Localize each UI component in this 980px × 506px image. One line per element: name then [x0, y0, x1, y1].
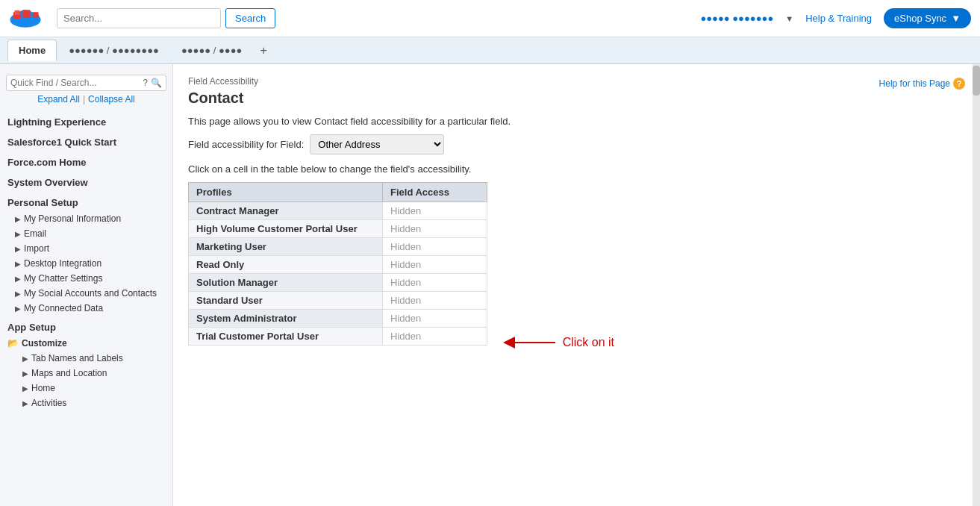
sidebar-item-customize[interactable]: 📂 Customize [0, 336, 172, 351]
sidebar-item-activities[interactable]: ▶ Activities [0, 396, 172, 410]
logo-area [9, 7, 42, 30]
profile-cell[interactable]: System Administrator [189, 310, 383, 328]
main-layout: ? 🔍 Expand All | Collapse All Lightning … [0, 64, 980, 506]
field-access-table: Profiles Field Access Contract ManagerHi… [188, 182, 487, 346]
profile-cell[interactable]: Trial Customer Portal User [189, 328, 383, 346]
sidebar-item-chatter[interactable]: ▶ My Chatter Settings [0, 271, 172, 286]
profile-cell[interactable]: Marketing User [189, 238, 383, 256]
tri-icon: ▶ [15, 230, 21, 238]
table-row[interactable]: Marketing UserHidden [189, 238, 487, 256]
table-row[interactable]: Trial Customer Portal UserHidden [189, 328, 487, 346]
expand-all-link[interactable]: Expand All [37, 94, 80, 104]
page-title: Contact [188, 90, 258, 107]
svg-rect-6 [22, 10, 30, 17]
sidebar-section-lightning[interactable]: Lightning Experience [0, 110, 172, 131]
sidebar-item-import[interactable]: ▶ Import [0, 241, 172, 256]
search-button[interactable]: Search [225, 8, 275, 28]
tri-icon: ▶ [15, 290, 21, 298]
breadcrumb: Field Accessibility [188, 76, 258, 87]
tab-add-button[interactable]: + [254, 44, 272, 57]
tri-icon: ▶ [15, 215, 21, 223]
sidebar-item-social[interactable]: ▶ My Social Accounts and Contacts [0, 286, 172, 301]
sidebar-item-desktop[interactable]: ▶ Desktop Integration [0, 256, 172, 271]
profile-cell[interactable]: Read Only [189, 256, 383, 274]
sidebar-section-salesforce1[interactable]: Salesforce1 Quick Start [0, 131, 172, 151]
tab-other[interactable]: ●●●●● / ●●●● [171, 40, 253, 60]
tab-bar: Home ●●●●●● / ●●●●●●●● ●●●●● / ●●●● + [0, 37, 980, 64]
access-cell[interactable]: Hidden [383, 256, 487, 274]
tri-icon: ▶ [15, 260, 21, 268]
help-training-link[interactable]: Help & Training [805, 13, 872, 24]
annotation-area: Click on it [503, 331, 614, 354]
folder-open-icon: 📂 [7, 338, 19, 349]
access-cell[interactable]: Hidden [383, 328, 487, 346]
profile-cell[interactable]: Standard User [189, 292, 383, 310]
sidebar-item-connected[interactable]: ▶ My Connected Data [0, 301, 172, 316]
sidebar: ? 🔍 Expand All | Collapse All Lightning … [0, 64, 173, 506]
sidebar-search-input[interactable] [10, 78, 140, 88]
click-annotation-text: Click on it [563, 336, 614, 349]
click-note: Click on a cell in the table below to ch… [188, 163, 965, 175]
user-dropdown-icon[interactable]: ▼ [785, 14, 793, 23]
sidebar-section-appsetup[interactable]: App Setup [0, 316, 172, 336]
collapse-all-link[interactable]: Collapse All [88, 94, 135, 104]
annotation-arrow [503, 331, 563, 354]
field-select[interactable]: Other Address [310, 134, 444, 154]
top-navigation: Search ●●●●● ●●●●●●● ▼ Help & Training e… [0, 0, 980, 37]
tri-icon: ▶ [22, 369, 28, 378]
separator: | [83, 94, 85, 104]
eshop-sync-button[interactable]: eShop Sync ▼ [884, 8, 971, 28]
help-icon: ? [953, 78, 965, 90]
sidebar-item-personal-info[interactable]: ▶ My Personal Information [0, 211, 172, 226]
salesforce-logo [9, 7, 42, 30]
top-nav-right: ●●●●● ●●●●●●● ▼ Help & Training eShop Sy… [700, 8, 971, 28]
table-row[interactable]: Contract ManagerHidden [189, 202, 487, 220]
page-header: Field Accessibility Contact [188, 76, 258, 116]
access-cell[interactable]: Hidden [383, 310, 487, 328]
sidebar-help-icon[interactable]: ? [143, 78, 148, 88]
scrollbar-track[interactable] [973, 64, 980, 506]
access-cell[interactable]: Hidden [383, 220, 487, 238]
sidebar-search-box: ? 🔍 [6, 75, 166, 91]
sidebar-section-forcecom[interactable]: Force.com Home [0, 151, 172, 171]
page-description: This page allows you to view Contact fie… [188, 116, 965, 127]
tri-icon: ▶ [22, 399, 28, 407]
sidebar-item-home[interactable]: ▶ Home [0, 381, 172, 396]
sidebar-section-system[interactable]: System Overview [0, 171, 172, 191]
tri-icon: ▶ [22, 384, 28, 393]
sidebar-item-email[interactable]: ▶ Email [0, 226, 172, 241]
tri-icon: ▶ [22, 354, 28, 363]
table-row[interactable]: Read OnlyHidden [189, 256, 487, 274]
access-cell[interactable]: Hidden [383, 202, 487, 220]
sidebar-item-maps-location[interactable]: ▶ Maps and Location [0, 366, 172, 381]
table-row[interactable]: Standard UserHidden [189, 292, 487, 310]
tab-home[interactable]: Home [7, 40, 57, 61]
eshop-label: eShop Sync [894, 13, 946, 24]
sidebar-item-tab-names[interactable]: ▶ Tab Names and Labels [0, 351, 172, 366]
profile-cell[interactable]: Contract Manager [189, 202, 383, 220]
access-cell[interactable]: Hidden [383, 292, 487, 310]
search-input[interactable] [57, 8, 221, 28]
svg-rect-7 [33, 12, 38, 17]
col-profiles: Profiles [189, 183, 383, 202]
table-row[interactable]: High Volume Customer Portal UserHidden [189, 220, 487, 238]
tri-icon: ▶ [15, 245, 21, 253]
tri-icon: ▶ [15, 275, 21, 283]
sidebar-search-icon[interactable]: 🔍 [151, 78, 162, 88]
col-field-access: Field Access [383, 183, 487, 202]
access-cell[interactable]: Hidden [383, 238, 487, 256]
field-accessibility-row: Field accessibility for Field: Other Add… [188, 134, 965, 154]
access-cell[interactable]: Hidden [383, 274, 487, 292]
tab-reports[interactable]: ●●●●●● / ●●●●●●●● [58, 40, 169, 60]
help-page-link[interactable]: Help for this Page ? [879, 78, 965, 90]
tri-icon: ▶ [15, 304, 21, 313]
search-box: Search [57, 8, 275, 28]
profile-cell[interactable]: Solution Manager [189, 274, 383, 292]
table-row[interactable]: System AdministratorHidden [189, 310, 487, 328]
expand-collapse-controls: Expand All | Collapse All [0, 94, 172, 104]
profile-cell[interactable]: High Volume Customer Portal User [189, 220, 383, 238]
user-name[interactable]: ●●●●● ●●●●●●● [700, 13, 773, 24]
table-row[interactable]: Solution ManagerHidden [189, 274, 487, 292]
sidebar-section-personal[interactable]: Personal Setup [0, 191, 172, 211]
scrollbar-thumb[interactable] [973, 66, 980, 96]
